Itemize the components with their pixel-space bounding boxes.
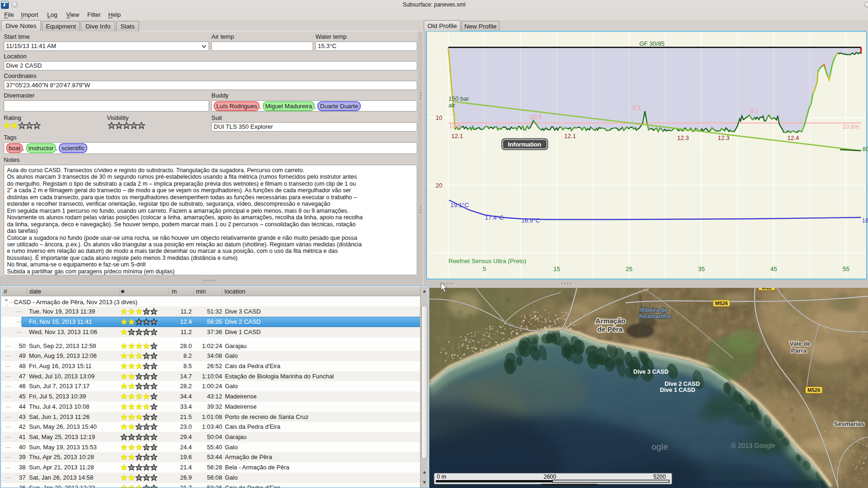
svg-text:Armação: Armação [595, 317, 625, 325]
svg-text:5: 5 [483, 265, 486, 272]
svg-text:12.4: 12.4 [787, 134, 799, 141]
svg-text:12.3: 12.3 [677, 134, 689, 141]
svg-text:ogle: ogle [651, 442, 668, 452]
svg-text:5200: 5200 [653, 474, 666, 480]
svg-text:Reefnet Sensus Ultra (Preto): Reefnet Sensus Ultra (Preto) [448, 258, 526, 265]
svg-text:35: 35 [698, 265, 705, 272]
svg-text:Information: Information [508, 141, 541, 148]
svg-text:Dive 1 CASD: Dive 1 CASD [660, 387, 695, 393]
svg-text:10.8m: 10.8m [842, 123, 859, 130]
svg-text:16: 16 [862, 217, 868, 224]
svg-text:10: 10 [436, 114, 442, 121]
svg-text:15: 15 [553, 265, 560, 272]
svg-text:de Pêra: de Pêra [597, 325, 623, 333]
svg-text:Parra: Parra [791, 347, 807, 354]
svg-text:25: 25 [626, 265, 632, 272]
svg-text:GF 30/85: GF 30/85 [639, 40, 665, 47]
svg-text:M12: M12 [762, 288, 771, 290]
svg-text:12.1: 12.1 [451, 132, 463, 139]
svg-text:air: air [448, 102, 455, 109]
svg-text:9.1: 9.1 [632, 104, 641, 111]
svg-text:© 2013 Google: © 2013 Google [731, 442, 776, 449]
svg-text:2600: 2600 [544, 474, 556, 480]
svg-text:Alcantarilha: Alcantarilha [638, 313, 671, 320]
svg-text:Ribeira de: Ribeira de [640, 307, 667, 314]
svg-text:Dive 2 CASD: Dive 2 CASD [665, 381, 700, 387]
svg-text:Dive 3 CASD: Dive 3 CASD [633, 369, 669, 375]
svg-text:17.4°C: 17.4°C [485, 214, 504, 221]
svg-text:12.1: 12.1 [564, 132, 576, 139]
svg-text:10.5: 10.5 [530, 113, 542, 120]
svg-text:45: 45 [770, 265, 777, 272]
svg-text:150 bar: 150 bar [448, 95, 469, 102]
svg-text:Vale de: Vale de [790, 340, 811, 347]
svg-text:16.9°C: 16.9°C [521, 217, 540, 224]
svg-text:M526: M526 [715, 300, 728, 306]
svg-text:M526: M526 [807, 387, 820, 393]
svg-text:55: 55 [843, 265, 849, 272]
svg-text:Sesmarias: Sesmarias [834, 420, 864, 427]
svg-text:9.7: 9.7 [750, 108, 758, 115]
svg-text:19.1°C: 19.1°C [450, 202, 469, 209]
svg-text:10.8: 10.8 [449, 123, 461, 130]
svg-text:12.3: 12.3 [718, 134, 729, 141]
svg-text:20: 20 [436, 182, 442, 189]
svg-text:80: 80 [862, 146, 868, 153]
svg-text:0 m: 0 m [437, 474, 446, 480]
